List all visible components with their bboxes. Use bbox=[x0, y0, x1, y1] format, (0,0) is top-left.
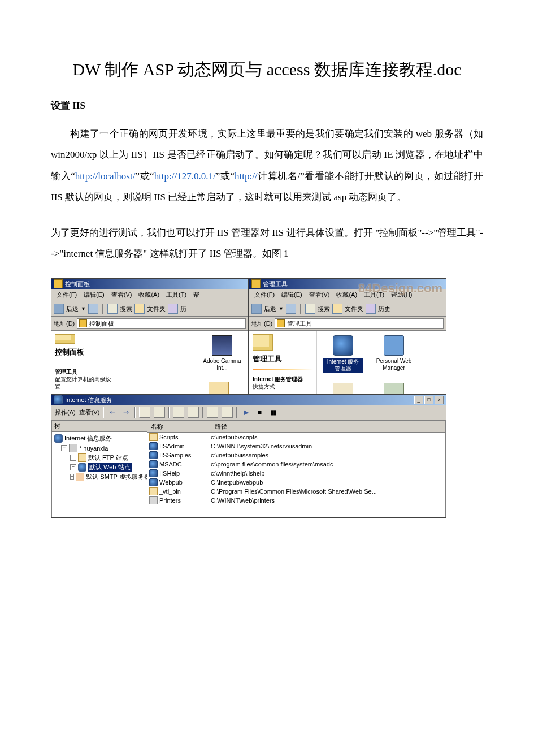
close-button[interactable]: × bbox=[435, 396, 444, 404]
forward-icon[interactable] bbox=[88, 304, 98, 314]
tree-smtp[interactable]: + 默认 SMTP 虚拟服务器 bbox=[53, 472, 146, 482]
list-pane: 名称 路径 Scriptsc:\inetpub\scriptsIISAdminC… bbox=[147, 420, 446, 517]
info-pane: 管理工具 Internet 服务管理器 快捷方式 bbox=[249, 331, 317, 394]
folders-icon[interactable] bbox=[332, 304, 342, 314]
menu-action[interactable]: 操作(A) bbox=[55, 408, 76, 417]
item-name: Printers bbox=[159, 497, 181, 504]
web-icon bbox=[384, 335, 404, 356]
back-label[interactable]: 后退 bbox=[264, 305, 276, 313]
history-label[interactable]: 历史 bbox=[378, 305, 390, 313]
expand-icon[interactable]: + bbox=[70, 474, 74, 480]
col-name-header[interactable]: 名称 bbox=[147, 421, 211, 432]
minimize-button[interactable]: _ bbox=[414, 396, 423, 404]
search-label[interactable]: 搜索 bbox=[318, 305, 330, 313]
up-icon[interactable] bbox=[139, 407, 150, 418]
list-item[interactable]: Scriptsc:\inetpub\scripts bbox=[147, 433, 445, 442]
folders-label[interactable]: 文件夹 bbox=[345, 305, 363, 313]
properties-icon[interactable] bbox=[188, 407, 199, 418]
menu-help[interactable]: 帮助(H) bbox=[388, 290, 415, 300]
tree-server[interactable]: − * huyanxia bbox=[53, 443, 146, 453]
menu-tools[interactable]: 工具(T) bbox=[361, 290, 387, 300]
col-path-header[interactable]: 路径 bbox=[211, 421, 445, 432]
start-icon[interactable]: ▶ bbox=[241, 407, 251, 417]
list-item[interactable]: IISHelpc:\winnt\help\iishelp bbox=[147, 469, 445, 478]
menu-view[interactable]: 查看(V) bbox=[108, 290, 135, 300]
link-127[interactable]: http://127.0.0.1/ bbox=[154, 171, 216, 182]
stop-icon[interactable]: ■ bbox=[254, 407, 264, 417]
folder-icon bbox=[253, 334, 273, 351]
database-icon bbox=[384, 383, 404, 394]
menu-edit[interactable]: 编辑(E) bbox=[279, 290, 305, 300]
pause-icon[interactable]: ▮▮ bbox=[268, 407, 278, 417]
iis-toolbar: 操作(A) 查看(V) ⇐ ⇒ ▶ ■ ▮▮ bbox=[51, 405, 446, 420]
search-icon[interactable] bbox=[305, 304, 315, 314]
menu-file[interactable]: 文件(F) bbox=[251, 290, 277, 300]
menu-view[interactable]: 查看(V) bbox=[306, 290, 333, 300]
menu-file[interactable]: 文件(F) bbox=[54, 290, 80, 300]
item-path: C:\Program Files\Common Files\Microsoft … bbox=[209, 488, 445, 495]
menu-tools[interactable]: 工具(T) bbox=[163, 290, 189, 300]
history-label[interactable]: 历 bbox=[180, 305, 186, 313]
item-name: MSADC bbox=[159, 461, 182, 468]
address-field[interactable]: 控制面板 bbox=[77, 318, 246, 329]
pane-title: 控制面板 bbox=[55, 347, 115, 357]
ftp-icon bbox=[78, 453, 86, 462]
link-localhost[interactable]: http://localhost/ bbox=[75, 171, 136, 182]
item-name: IISAdmin bbox=[159, 443, 185, 450]
list-item[interactable]: IISAdminC:\WINNT\system32\inetsrv\iisadm… bbox=[147, 442, 445, 451]
search-icon[interactable] bbox=[107, 304, 118, 314]
item-label: Personal Web Manager bbox=[374, 358, 414, 371]
refresh-icon[interactable] bbox=[207, 407, 218, 418]
admin-tools-item[interactable]: 管理工具 bbox=[198, 382, 239, 394]
tree-default-web-site[interactable]: + 默认 Web 站点 bbox=[53, 463, 146, 472]
globe-icon bbox=[149, 478, 158, 486]
back-label[interactable]: 后退 bbox=[66, 305, 79, 313]
expand-icon[interactable]: + bbox=[70, 455, 76, 461]
list-item[interactable]: WebpubC:\Inetpub\webpub bbox=[147, 478, 445, 487]
tree-ftp-site[interactable]: + 默认 FTP 站点 bbox=[53, 453, 146, 463]
menu-favorites[interactable]: 收藏(A) bbox=[333, 290, 360, 300]
collapse-icon[interactable]: − bbox=[61, 445, 67, 451]
history-icon[interactable] bbox=[168, 304, 178, 314]
back-icon[interactable]: ⇐ bbox=[107, 407, 118, 417]
back-icon[interactable] bbox=[54, 304, 64, 314]
folders-icon[interactable] bbox=[134, 304, 145, 314]
folder-icon bbox=[251, 279, 261, 288]
item-path: c:\inetpub\scripts bbox=[209, 434, 445, 440]
menu-edit[interactable]: 编辑(E) bbox=[81, 290, 107, 300]
window-control-panel: 控制面板 文件(F) 编辑(E) 查看(V) 收藏(A) 工具(T) 帮 后退 … bbox=[51, 278, 249, 394]
folders-label[interactable]: 文件夹 bbox=[147, 305, 166, 313]
odbc-item[interactable]: 数据源 (ODBC) bbox=[374, 383, 414, 394]
forward-icon[interactable] bbox=[286, 304, 296, 314]
folder-icon bbox=[54, 279, 63, 288]
list-item[interactable]: IISSamplesc:\inetpub\iissamples bbox=[147, 451, 445, 460]
globe-icon bbox=[149, 469, 158, 477]
control-panel-icon bbox=[55, 334, 75, 344]
delete-icon[interactable] bbox=[173, 407, 184, 418]
maximize-button[interactable]: □ bbox=[424, 396, 433, 404]
internet-services-manager-item[interactable]: Internet 服务管理器 bbox=[323, 335, 363, 373]
address-bar: 地址(D) 管理工具 bbox=[249, 317, 446, 331]
expand-icon[interactable]: + bbox=[70, 464, 76, 470]
menu-favorites[interactable]: 收藏(A) bbox=[136, 290, 162, 300]
menu-view[interactable]: 查看(V) bbox=[79, 408, 100, 417]
globe-icon bbox=[78, 463, 86, 472]
list-item[interactable]: _vti_binC:\Program Files\Common Files\Mi… bbox=[147, 487, 445, 496]
search-label[interactable]: 搜索 bbox=[120, 305, 132, 313]
export-icon[interactable] bbox=[222, 407, 233, 418]
folder-icon bbox=[149, 487, 158, 495]
history-icon[interactable] bbox=[366, 304, 376, 314]
server-icon bbox=[69, 444, 77, 452]
address-field[interactable]: 管理工具 bbox=[275, 318, 444, 329]
personal-web-manager-item[interactable]: Personal Web Manager bbox=[374, 335, 414, 373]
tree-root[interactable]: Internet 信息服务 bbox=[53, 434, 146, 443]
show-hide-icon[interactable] bbox=[154, 407, 165, 418]
link-http-computername[interactable]: http:// bbox=[235, 171, 258, 182]
list-item[interactable]: PrintersC:\WINNT\web\printers bbox=[147, 496, 445, 505]
back-icon[interactable] bbox=[251, 304, 262, 314]
list-item[interactable]: MSADCc:\program files\common files\syste… bbox=[147, 460, 445, 469]
forward-icon[interactable]: ⇒ bbox=[121, 407, 131, 417]
menu-help[interactable]: 帮 bbox=[190, 290, 202, 300]
event-viewer-item[interactable]: 事件查看器 bbox=[323, 383, 363, 394]
adobe-gamma-item[interactable]: Adobe Gamma Int... bbox=[202, 335, 242, 371]
